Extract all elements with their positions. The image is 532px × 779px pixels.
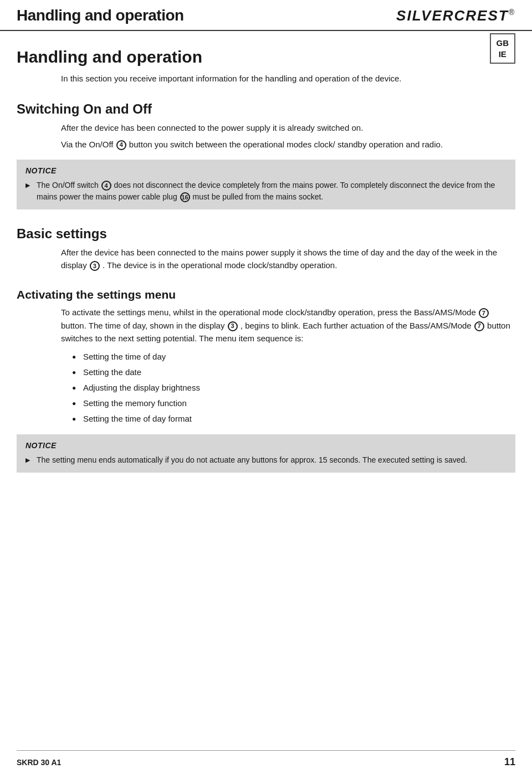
button-7-circle-2: 7 — [474, 321, 484, 331]
main-heading: Handling and operation — [17, 48, 515, 66]
notice1-text: The On/Off switch 4 does not disconnect … — [25, 180, 507, 203]
list-item: Setting the memory function — [72, 397, 515, 410]
brand-logo: SILVERCREST® — [396, 7, 515, 24]
switching-para1: After the device has been connected to t… — [61, 121, 515, 134]
button-7-circle-1: 7 — [479, 308, 489, 318]
notice1-button4: 4 — [101, 181, 111, 191]
intro-text: In this section you receive important in… — [61, 72, 515, 85]
activating-heading: Activating the settings menu — [17, 288, 515, 301]
display-3-circle-2: 3 — [228, 321, 238, 331]
country-badge: GB IE — [490, 33, 516, 64]
list-item: Setting the date — [72, 366, 515, 379]
switching-heading: Switching On and Off — [17, 101, 515, 117]
notice2-title: NOTICE — [25, 441, 507, 450]
notice1-title: NOTICE — [25, 166, 507, 175]
display-3-circle: 3 — [90, 261, 100, 271]
switching-para2: Via the On/Off 4 button you switch betwe… — [61, 138, 515, 151]
basic-settings-heading: Basic settings — [17, 226, 515, 242]
menu-items-list: Setting the time of day Setting the date… — [72, 350, 515, 426]
notice2-text: The setting menu ends automatically if y… — [25, 454, 507, 466]
list-item: Setting the time of day — [72, 350, 515, 363]
page-header: Handling and operation SILVERCREST® — [0, 0, 532, 31]
header-title: Handling and operation — [17, 7, 184, 24]
footer-page-number: 11 — [504, 756, 515, 768]
list-item: Adjusting the display brightness — [72, 381, 515, 394]
button-4-circle: 4 — [116, 140, 126, 150]
list-item: Setting the time of day format — [72, 412, 515, 426]
basic-settings-text: After the device has been connected to t… — [61, 246, 515, 272]
page-content: Handling and operation In this section y… — [0, 31, 532, 515]
notice1-button16: 16 — [180, 192, 190, 202]
notice-box-1: NOTICE The On/Off switch 4 does not disc… — [17, 160, 515, 209]
activating-text: To activate the settings menu, whilst in… — [61, 306, 515, 345]
notice-box-2: NOTICE The setting menu ends automatical… — [17, 434, 515, 473]
footer-model: SKRD 30 A1 — [17, 758, 61, 767]
page-footer: SKRD 30 A1 11 — [17, 750, 515, 768]
